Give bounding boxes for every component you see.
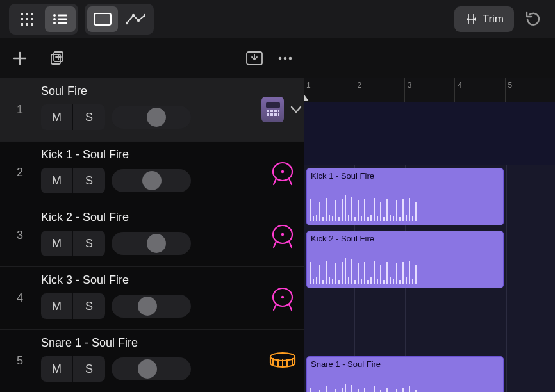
duplicate-icon — [49, 51, 65, 66]
import-button[interactable] — [245, 49, 264, 68]
automation-icon — [126, 13, 145, 25]
loop-icon — [524, 10, 542, 28]
ellipsis-icon — [278, 55, 293, 61]
loop-button[interactable] — [520, 6, 546, 32]
list-icon — [53, 13, 68, 25]
track-name[interactable]: Kick 3 - Soul Fire — [41, 274, 261, 287]
grid-view-button[interactable] — [12, 6, 42, 32]
ruler-bar[interactable]: 1 — [304, 78, 354, 102]
automation-view-button[interactable] — [120, 6, 151, 32]
svg-rect-1 — [26, 13, 28, 15]
volume-slider[interactable] — [112, 295, 191, 318]
track-number: 3 — [0, 204, 40, 266]
ruler-bar[interactable]: 5 — [505, 78, 555, 102]
solo-button[interactable]: S — [73, 293, 105, 319]
add-track-button[interactable] — [10, 49, 29, 68]
clip-content-icon — [310, 382, 501, 392]
arrangement-lane[interactable] — [304, 291, 555, 354]
svg-rect-15 — [94, 13, 111, 25]
track-row[interactable]: 1Soul FireMS — [0, 78, 304, 141]
more-button[interactable] — [276, 49, 295, 68]
track-number: 5 — [0, 330, 40, 392]
svg-rect-7 — [26, 23, 28, 26]
expand-button[interactable] — [288, 101, 304, 118]
svg-point-38 — [281, 233, 284, 235]
solo-button[interactable]: S — [73, 168, 105, 193]
kick-drum-icon — [261, 204, 304, 266]
track-header-bar — [0, 38, 555, 78]
volume-slider[interactable] — [112, 232, 191, 255]
svg-rect-33 — [274, 113, 277, 116]
solo-button[interactable]: S — [73, 231, 105, 256]
svg-point-13 — [53, 22, 56, 24]
trim-button[interactable]: Trim — [454, 6, 514, 32]
instrument-tile[interactable] — [261, 97, 284, 122]
track-number: 1 — [0, 78, 40, 141]
solo-button[interactable]: S — [73, 104, 105, 130]
arrangement-area[interactable]: 12345 Kick 1 - Soul FireKick 2 - Soul Fi… — [304, 78, 555, 392]
view-mode-group — [9, 4, 78, 35]
grid-icon — [20, 12, 34, 26]
mute-solo-group: MS — [41, 231, 105, 256]
list-view-button[interactable] — [45, 6, 76, 32]
track-row[interactable]: 5Snare 1 - Soul FireMS — [0, 329, 304, 392]
mute-button[interactable]: M — [41, 293, 73, 319]
volume-knob[interactable] — [142, 171, 162, 190]
svg-rect-27 — [267, 110, 269, 112]
mute-button[interactable]: M — [41, 168, 73, 193]
region-icon — [94, 13, 112, 26]
track-name[interactable]: Kick 1 - Soul Fire — [41, 148, 261, 161]
track-name[interactable]: Kick 2 - Soul Fire — [41, 211, 261, 224]
clip-label: Kick 2 - Soul Fire — [307, 231, 503, 245]
kick-drum-icon — [261, 267, 304, 329]
ruler-bar[interactable]: 2 — [354, 78, 404, 102]
midi-clip[interactable]: Kick 1 - Soul Fire — [306, 168, 504, 225]
track-row[interactable]: 2Kick 1 - Soul FireMS — [0, 141, 304, 204]
mute-button[interactable]: M — [41, 356, 73, 382]
svg-rect-29 — [274, 110, 277, 112]
duplicate-track-button[interactable] — [47, 49, 67, 68]
svg-rect-3 — [21, 18, 23, 20]
midi-clip[interactable]: Snare 1 - Soul Fire — [306, 356, 504, 392]
midi-clip[interactable]: Kick 2 - Soul Fire — [306, 231, 504, 288]
svg-point-36 — [281, 170, 284, 172]
trim-label: Trim — [483, 13, 504, 26]
track-row[interactable]: 4Kick 3 - Soul FireMS — [0, 266, 304, 329]
ruler-bar[interactable]: 4 — [454, 78, 504, 102]
svg-rect-5 — [31, 18, 33, 20]
time-ruler[interactable]: 12345 — [304, 78, 555, 102]
arrangement-lane[interactable]: Kick 1 - Soul Fire — [304, 165, 555, 228]
track-name[interactable]: Snare 1 - Soul Fire — [41, 336, 261, 350]
arrangement-lane[interactable]: Kick 2 - Soul Fire — [304, 228, 555, 291]
top-toolbar: Trim — [0, 0, 555, 38]
region-view-button[interactable] — [87, 6, 118, 32]
svg-point-11 — [53, 18, 56, 20]
svg-rect-6 — [21, 23, 23, 26]
volume-knob[interactable] — [147, 234, 166, 253]
svg-point-25 — [289, 56, 292, 60]
volume-knob[interactable] — [138, 297, 157, 316]
svg-rect-28 — [270, 110, 273, 112]
solo-button[interactable]: S — [73, 356, 105, 382]
clip-label: Snare 1 - Soul Fire — [307, 357, 503, 370]
volume-knob[interactable] — [147, 108, 166, 127]
track-name[interactable]: Soul Fire — [41, 85, 261, 98]
trim-icon — [465, 13, 477, 26]
ruler-bar[interactable]: 3 — [404, 78, 454, 102]
mute-button[interactable]: M — [41, 231, 73, 256]
svg-rect-4 — [26, 18, 28, 20]
volume-knob[interactable] — [138, 359, 157, 379]
svg-rect-26 — [266, 102, 280, 108]
mute-solo-group: MS — [41, 356, 105, 382]
volume-slider[interactable] — [112, 106, 191, 129]
snare-drum-icon — [261, 330, 304, 392]
svg-point-24 — [284, 56, 287, 60]
svg-point-18 — [137, 19, 140, 22]
mute-button[interactable]: M — [41, 104, 73, 130]
volume-slider[interactable] — [112, 357, 191, 380]
playhead-start-icon[interactable] — [304, 95, 309, 101]
arrangement-lane[interactable]: Snare 1 - Soul Fire — [304, 354, 555, 392]
volume-slider[interactable] — [112, 169, 191, 192]
arrangement-lane[interactable] — [304, 102, 555, 165]
track-row[interactable]: 3Kick 2 - Soul FireMS — [0, 204, 304, 266]
